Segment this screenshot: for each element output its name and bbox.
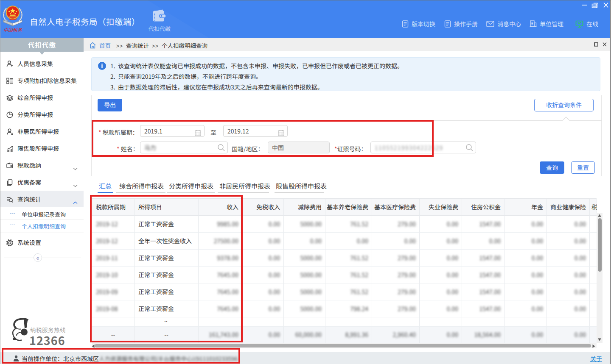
- svg-text:中国税务: 中国税务: [3, 26, 22, 33]
